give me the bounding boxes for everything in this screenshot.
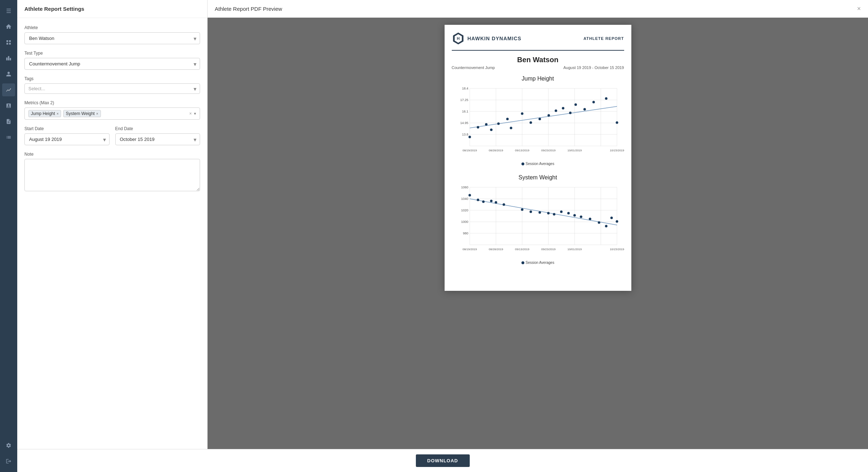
metric-tag-jump-height-label: Jump Height bbox=[31, 111, 55, 116]
sidebar-item-leaderboard[interactable] bbox=[2, 52, 15, 65]
svg-line-27 bbox=[470, 106, 617, 128]
svg-point-86 bbox=[580, 216, 582, 218]
svg-point-45 bbox=[605, 97, 607, 100]
svg-text:09/13/2019: 09/13/2019 bbox=[515, 248, 529, 251]
close-button[interactable]: × bbox=[857, 5, 861, 13]
svg-text:17.25: 17.25 bbox=[460, 98, 468, 102]
svg-text:1040: 1040 bbox=[461, 197, 468, 201]
jump-height-chart: 18.4 17.25 16.1 14.95 13.8 08/19/2019 08… bbox=[452, 85, 624, 160]
left-panel: Athlete Report Settings Athlete Ben Wats… bbox=[17, 0, 208, 449]
svg-point-35 bbox=[521, 113, 523, 115]
svg-point-38 bbox=[547, 114, 550, 117]
left-panel-body: Athlete Ben Watson Test Type Countermove… bbox=[17, 18, 207, 206]
svg-text:10/01/2019: 10/01/2019 bbox=[567, 149, 582, 152]
svg-text:08/28/2019: 08/28/2019 bbox=[488, 149, 503, 152]
athlete-group: Athlete Ben Watson bbox=[24, 25, 200, 44]
test-type-select[interactable]: Countermovement Jump bbox=[24, 58, 200, 70]
svg-point-85 bbox=[573, 214, 576, 217]
sidebar-item-person[interactable] bbox=[2, 68, 15, 81]
end-date-group: End Date bbox=[115, 126, 200, 145]
svg-point-29 bbox=[477, 126, 479, 129]
svg-point-39 bbox=[554, 110, 557, 112]
svg-point-87 bbox=[589, 218, 591, 220]
jump-height-chart-container: Jump Height bbox=[452, 75, 624, 166]
svg-point-40 bbox=[562, 107, 564, 110]
svg-text:10/01/2019: 10/01/2019 bbox=[567, 248, 582, 251]
svg-point-75 bbox=[490, 200, 492, 202]
start-date-input[interactable] bbox=[24, 133, 110, 145]
date-row: Start Date End Date bbox=[24, 126, 200, 145]
athlete-meta-row: Countermovement Jump August 19 2019 - Oc… bbox=[452, 65, 624, 70]
svg-point-82 bbox=[553, 213, 555, 216]
sidebar-item-logout[interactable] bbox=[2, 455, 15, 468]
metrics-clear-button[interactable]: × bbox=[189, 111, 192, 116]
svg-text:08/28/2019: 08/28/2019 bbox=[488, 248, 503, 251]
sidebar-item-report[interactable] bbox=[2, 115, 15, 128]
note-textarea[interactable] bbox=[24, 159, 200, 191]
right-panel-header: Athlete Report PDF Preview × bbox=[208, 0, 868, 18]
sidebar-item-menu[interactable]: ☰ bbox=[2, 4, 15, 17]
logo-text: HAWKIN DYNAMICS bbox=[468, 36, 521, 41]
download-button[interactable]: DOWNLOAD bbox=[416, 454, 470, 467]
metric-tag-system-weight-remove[interactable]: × bbox=[96, 112, 98, 116]
system-weight-legend: Session Averages bbox=[452, 261, 624, 265]
svg-text:09/23/2019: 09/23/2019 bbox=[541, 149, 556, 152]
system-weight-chart-container: System Weight bbox=[452, 174, 624, 265]
svg-point-79 bbox=[529, 211, 532, 213]
svg-point-74 bbox=[482, 201, 484, 203]
svg-point-90 bbox=[610, 217, 613, 219]
tags-input[interactable]: Select... bbox=[24, 83, 200, 94]
athlete-select[interactable]: Ben Watson bbox=[24, 32, 200, 44]
bottom-bar: DOWNLOAD bbox=[17, 449, 868, 472]
test-type-select-wrapper: Countermovement Jump bbox=[24, 58, 200, 70]
metrics-input[interactable]: Jump Height × System Weight × × ▾ bbox=[24, 107, 200, 120]
system-weight-legend-dot bbox=[521, 261, 524, 264]
tags-select-wrapper: Select... bbox=[24, 83, 200, 94]
svg-point-41 bbox=[569, 112, 571, 114]
svg-point-73 bbox=[477, 199, 479, 201]
pdf-preview-title: Athlete Report PDF Preview bbox=[215, 6, 282, 12]
left-panel-title: Athlete Report Settings bbox=[17, 0, 207, 18]
test-type-group: Test Type Countermovement Jump bbox=[24, 51, 200, 70]
svg-point-46 bbox=[616, 122, 618, 124]
svg-point-72 bbox=[468, 194, 471, 197]
pdf-test-type: Countermovement Jump bbox=[452, 65, 495, 70]
svg-text:09/23/2019: 09/23/2019 bbox=[541, 248, 556, 251]
sidebar: ☰ bbox=[0, 0, 17, 472]
svg-point-81 bbox=[547, 212, 549, 215]
system-weight-chart: 1060 1040 1020 1000 980 08/19/2019 08/28… bbox=[452, 184, 624, 259]
svg-point-78 bbox=[521, 208, 523, 211]
sidebar-item-analytics[interactable] bbox=[2, 99, 15, 112]
sidebar-item-settings[interactable] bbox=[2, 439, 15, 452]
pdf-header: H HAWKIN DYNAMICS ATHLETE REPORT bbox=[452, 32, 624, 51]
end-date-label: End Date bbox=[115, 126, 200, 131]
sidebar-item-list[interactable] bbox=[2, 131, 15, 144]
metrics-group: Metrics (Max 2) Jump Height × System Wei… bbox=[24, 100, 200, 120]
right-panel: Athlete Report PDF Preview × H HAWKIN DY… bbox=[208, 0, 868, 449]
sidebar-item-home[interactable] bbox=[2, 20, 15, 33]
svg-text:08/19/2019: 08/19/2019 bbox=[462, 248, 477, 251]
tags-label: Tags bbox=[24, 76, 200, 81]
svg-point-30 bbox=[485, 123, 487, 126]
sidebar-item-grid[interactable] bbox=[2, 36, 15, 49]
start-date-group: Start Date bbox=[24, 126, 110, 145]
metrics-dropdown-arrow: ▾ bbox=[194, 111, 196, 116]
jump-height-legend-label: Session Averages bbox=[526, 162, 554, 166]
svg-point-77 bbox=[502, 203, 505, 206]
tags-group: Tags Select... bbox=[24, 76, 200, 94]
tags-placeholder: Select... bbox=[28, 86, 45, 91]
pdf-logo: H HAWKIN DYNAMICS bbox=[452, 32, 521, 45]
svg-point-36 bbox=[529, 122, 532, 124]
svg-point-42 bbox=[574, 104, 577, 106]
svg-point-37 bbox=[538, 118, 541, 120]
end-date-input[interactable] bbox=[115, 133, 200, 145]
metric-tag-jump-height-remove[interactable]: × bbox=[56, 112, 59, 116]
sidebar-item-trend[interactable] bbox=[2, 83, 15, 96]
svg-point-31 bbox=[490, 129, 492, 131]
metric-tag-system-weight: System Weight × bbox=[63, 110, 101, 117]
svg-text:H: H bbox=[457, 36, 460, 41]
note-label: Note bbox=[24, 152, 200, 157]
athlete-label: Athlete bbox=[24, 25, 200, 30]
svg-point-80 bbox=[538, 211, 541, 214]
end-date-wrapper bbox=[115, 133, 200, 145]
